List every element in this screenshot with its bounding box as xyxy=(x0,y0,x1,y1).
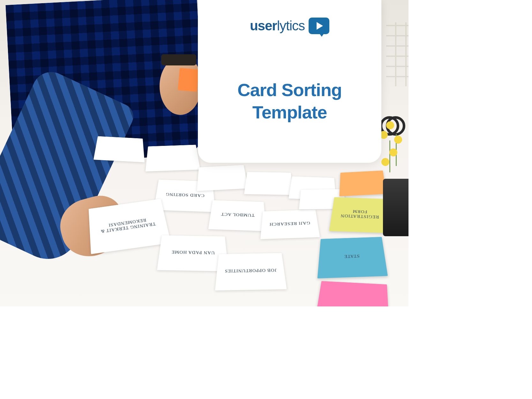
orange-note xyxy=(178,68,199,92)
sticky-label: STATE xyxy=(344,253,360,259)
title-panel: userlytics Card Sorting Template xyxy=(198,0,381,163)
flower xyxy=(389,148,397,156)
flower xyxy=(386,121,394,129)
index-card: GAJI RESEARCH xyxy=(260,209,320,239)
flower xyxy=(381,158,389,166)
flowers xyxy=(377,115,408,179)
sticky-note-pink xyxy=(317,281,388,306)
play-bubble-icon xyxy=(309,18,329,34)
stem xyxy=(389,140,390,172)
index-card: TUMBOL ACT xyxy=(208,200,266,231)
index-card xyxy=(146,145,200,171)
brand-logo: userlytics xyxy=(250,18,329,34)
plant-pot xyxy=(383,179,408,236)
card-label: JOB OPPORTUNITIES xyxy=(224,267,277,273)
watch xyxy=(161,54,196,65)
index-card xyxy=(197,165,248,191)
panel-title: Card Sorting Template xyxy=(198,79,381,124)
card-label: TRAINING TERKAIT & REKOMENDASI xyxy=(92,215,164,235)
flower xyxy=(394,136,402,144)
brand-name-light: lytics xyxy=(277,18,305,33)
brand-name-bold: user xyxy=(250,18,277,33)
sticky-label: REGISTRATION FORM xyxy=(334,208,385,220)
brand-wordmark: userlytics xyxy=(250,18,305,34)
card-label: UAN PADA HOME xyxy=(171,249,215,255)
sticky-note-blue: STATE xyxy=(317,237,388,278)
index-card: JOB OPPORTUNITIES xyxy=(215,253,287,290)
card-label: CARD SORTING xyxy=(165,192,205,198)
play-icon xyxy=(317,22,323,30)
grid-pattern xyxy=(386,22,408,86)
decor-area xyxy=(377,0,408,192)
index-card xyxy=(244,172,293,195)
sticky-note-yellow: REGISTRATION FORM xyxy=(329,197,389,233)
card-label: GAJI RESEARCH xyxy=(269,221,310,227)
index-card xyxy=(94,136,145,162)
card-label: TUMBOL ACT xyxy=(221,212,255,217)
